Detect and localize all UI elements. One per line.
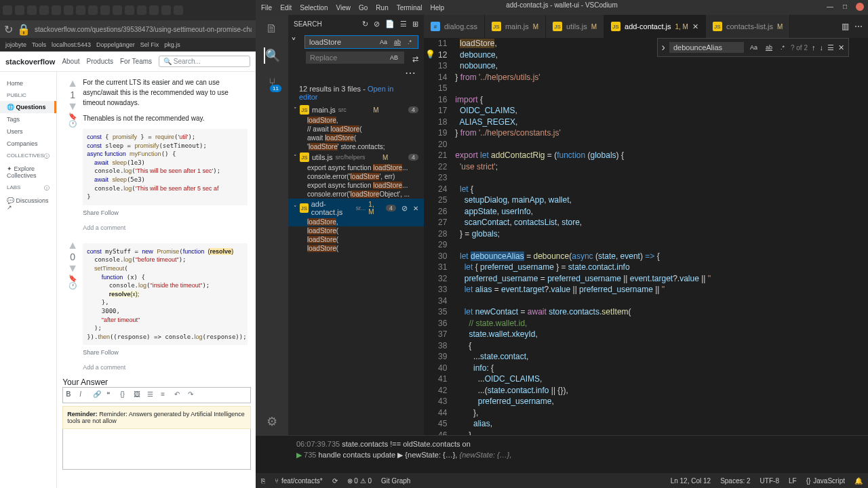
sidebar-explore[interactable]: ✦ Explore Collectives: [0, 163, 56, 182]
browser-tab[interactable]: [39, 5, 49, 15]
scm-icon[interactable]: ⑂11: [264, 75, 280, 91]
status-gitgraph[interactable]: Git Graph: [381, 477, 410, 485]
sidebar-companies[interactable]: Companies: [0, 138, 56, 150]
status-encoding[interactable]: UTF-8: [760, 477, 779, 485]
sidebar-users[interactable]: Users: [0, 125, 56, 138]
bold-icon[interactable]: B: [66, 390, 75, 400]
clear-icon[interactable]: ⊘: [374, 20, 380, 28]
browser-tab[interactable]: [3, 5, 12, 15]
editor-tab[interactable]: JSutils.jsM: [546, 15, 604, 38]
bookmark[interactable]: localhost:5443: [52, 41, 91, 48]
so-nav[interactable]: Products: [87, 58, 113, 65]
browser-tab[interactable]: [149, 5, 159, 15]
split-icon[interactable]: ▥: [842, 22, 849, 31]
result-file[interactable]: ˅JSmain.js srcM4: [288, 104, 424, 116]
so-logo[interactable]: stackoverflow: [5, 58, 55, 66]
status-eol[interactable]: LF: [789, 477, 797, 485]
status-spaces[interactable]: Spaces: 2: [720, 477, 750, 485]
result-line[interactable]: export async function loadStore...: [288, 163, 424, 172]
result-line[interactable]: console.error('loadStore', err): [288, 172, 424, 181]
preserve-case-icon[interactable]: AB: [388, 54, 400, 62]
so-nav[interactable]: For Teams: [120, 58, 152, 65]
minimap[interactable]: [834, 38, 868, 435]
explorer-icon[interactable]: 🗎: [264, 20, 280, 37]
sidebar-discussions[interactable]: 💬 Discussions ↗: [0, 195, 56, 214]
link-icon[interactable]: 🔗: [93, 390, 102, 400]
italic-icon[interactable]: I: [79, 390, 89, 400]
downvote-icon[interactable]: ▼: [62, 100, 83, 113]
downvote-icon[interactable]: ▼: [62, 262, 83, 274]
prev-icon[interactable]: ↑: [812, 43, 816, 52]
bookmark[interactable]: Doppelgänger: [96, 41, 135, 48]
bookmark[interactable]: Tools: [32, 41, 46, 48]
close-icon[interactable]: ✕: [692, 22, 698, 31]
result-line[interactable]: export async function loadStore...: [288, 181, 424, 190]
refresh-icon[interactable]: ↻: [362, 20, 368, 28]
result-line[interactable]: loadStore,: [288, 218, 424, 226]
close-icon[interactable]: [856, 3, 864, 11]
result-line[interactable]: await loadStore(: [288, 134, 424, 142]
browser-tab[interactable]: [52, 5, 61, 15]
share-follow[interactable]: Share Follow: [83, 209, 247, 216]
redo-icon[interactable]: ↷: [188, 390, 197, 400]
share-follow[interactable]: Share Follow: [83, 349, 247, 356]
terminal[interactable]: 06:07:39.735 state.contacts !== oldState…: [256, 435, 868, 473]
result-line[interactable]: loadStore,: [288, 116, 424, 125]
editor-tab[interactable]: #dialog.css: [424, 15, 485, 38]
gear-icon[interactable]: ⚙: [264, 413, 280, 430]
olist-icon[interactable]: ≡: [161, 390, 170, 400]
browser-tab[interactable]: [15, 5, 24, 15]
new-file-icon[interactable]: 📄: [385, 20, 395, 28]
bookmark[interactable]: Sel Fix: [140, 41, 159, 48]
quote-icon[interactable]: ❝: [106, 390, 116, 400]
word-icon[interactable]: ab: [392, 38, 403, 46]
sidebar-tags[interactable]: Tags: [0, 113, 56, 125]
search-input[interactable]: loadStore Aa ab .*: [304, 35, 418, 49]
menu-file[interactable]: File: [261, 4, 272, 12]
chevron-down-icon[interactable]: ˅: [288, 36, 299, 49]
result-file[interactable]: ˅JSadd-contact.js sr...1, M4⊘✕: [288, 199, 424, 218]
editor-tab[interactable]: JScontacts-list.jsM: [706, 15, 790, 38]
sidebar-questions[interactable]: 🌐 Questions: [0, 101, 56, 113]
lightbulb-icon[interactable]: 💡: [425, 49, 435, 59]
upvote-icon[interactable]: ▲: [62, 239, 83, 251]
so-search[interactable]: 🔍 Search...: [159, 56, 250, 67]
bookmark-icon[interactable]: 🔖: [62, 113, 83, 120]
maximize-icon[interactable]: □: [841, 3, 849, 11]
more-icon[interactable]: ⋯: [854, 22, 863, 31]
minimize-icon[interactable]: —: [826, 3, 834, 11]
status-position[interactable]: Ln 12, Col 12: [671, 477, 711, 485]
menu-selection[interactable]: Selection: [300, 4, 328, 12]
status-sync[interactable]: ⟳: [332, 477, 338, 485]
result-line[interactable]: console.error('loadStoreObject', ...: [288, 190, 424, 199]
so-nav[interactable]: About: [62, 58, 79, 65]
selection-icon[interactable]: ☰: [827, 43, 834, 52]
ellipsis-icon[interactable]: ⋯: [405, 67, 416, 79]
regex-icon[interactable]: .*: [778, 43, 787, 52]
bookmark-icon[interactable]: 🔖: [62, 274, 83, 282]
regex-icon[interactable]: .*: [406, 38, 414, 46]
history-icon[interactable]: 🕐: [62, 282, 83, 289]
status-errors[interactable]: ⊗ 0 ⚠ 0: [347, 477, 372, 485]
code[interactable]: loadStore, debounce, nobounce,} from '..…: [455, 38, 834, 435]
answer-textarea[interactable]: [62, 429, 250, 470]
status-bell-icon[interactable]: 🔔: [854, 477, 863, 485]
list-icon[interactable]: ☰: [147, 390, 157, 400]
result-line[interactable]: // await loadStore(: [288, 125, 424, 134]
menu-edit[interactable]: Edit: [280, 4, 292, 12]
status-branch[interactable]: ⑂ feat/contacts*: [275, 477, 323, 485]
menu-terminal[interactable]: Terminal: [397, 4, 422, 12]
dismiss-icon[interactable]: ⊘: [401, 204, 408, 213]
result-line[interactable]: loadStore(: [288, 235, 424, 244]
browser-tab[interactable]: [137, 5, 146, 15]
add-comment[interactable]: Add a comment: [83, 222, 247, 231]
menu-run[interactable]: Run: [376, 4, 388, 12]
status-remote[interactable]: ⎘: [261, 477, 265, 485]
chevron-right-icon[interactable]: ›: [662, 41, 665, 54]
editor-content[interactable]: 💡 11121314151617181920212223242526272829…: [424, 38, 868, 435]
browser-tab[interactable]: [88, 5, 98, 15]
browser-tab[interactable]: [64, 5, 73, 15]
result-line[interactable]: loadStore(: [288, 226, 424, 235]
add-comment[interactable]: Add a comment: [83, 361, 247, 371]
editor-tab[interactable]: JSadd-contact.js1, M✕: [604, 15, 706, 38]
